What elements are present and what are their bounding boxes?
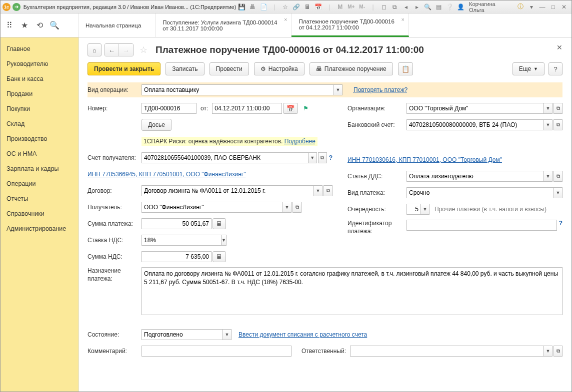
recipient-org-link[interactable]: ИНН 7701030616, КПП 77010001, ООО "Торго… xyxy=(348,156,502,163)
pay-type-input[interactable] xyxy=(406,187,554,198)
dropdown-icon[interactable]: ▾ xyxy=(527,2,536,11)
dropdown-icon[interactable]: ▼ xyxy=(221,235,226,246)
sidebar-item[interactable]: Отчеты xyxy=(0,191,78,206)
maximize-icon[interactable]: □ xyxy=(548,2,558,11)
calendar-picker-icon[interactable]: 📅 xyxy=(283,103,298,114)
save-icon[interactable]: 💾 xyxy=(237,2,246,11)
tab-payment[interactable]: Платежное поручение ТД00-000016 от 04.12… xyxy=(292,13,408,37)
m-minus-icon[interactable]: M- xyxy=(358,2,366,11)
date-input[interactable] xyxy=(212,103,282,114)
post-button[interactable]: Провести xyxy=(210,62,249,75)
print-icon[interactable]: 🖶 xyxy=(248,2,257,11)
dropdown-icon[interactable]: ▼ xyxy=(222,329,232,340)
sidebar-item[interactable]: Операции xyxy=(0,176,78,191)
external-icon[interactable]: ⧉ xyxy=(390,2,400,11)
doc-icon[interactable]: 📄 xyxy=(259,2,268,11)
link-icon[interactable]: 🔗 xyxy=(292,2,301,11)
back-small-icon[interactable]: ◂ xyxy=(402,2,410,11)
dossier-button[interactable]: Досье xyxy=(142,119,172,131)
dropdown-icon[interactable]: ▼ xyxy=(554,187,562,198)
save-button[interactable]: Записать xyxy=(166,62,204,75)
calc-icon[interactable]: 🖩 xyxy=(303,2,312,11)
calculator-icon[interactable]: 🖩 xyxy=(212,218,226,229)
info-icon[interactable]: ⓘ xyxy=(516,2,525,11)
print-payment-button[interactable]: 🖶Платежное поручение xyxy=(310,62,393,75)
org-input[interactable] xyxy=(406,103,544,114)
sidebar-item[interactable]: Покупки xyxy=(0,101,78,116)
responsible-input[interactable] xyxy=(350,346,544,357)
history-icon[interactable]: ⟲ xyxy=(34,20,44,30)
tab-receipt[interactable]: Поступление: Услуги лизинга ТД00-000014 … xyxy=(156,13,292,37)
state-input[interactable] xyxy=(142,329,222,340)
close-window-icon[interactable]: ✕ xyxy=(560,2,568,11)
forward-button[interactable]: → xyxy=(119,44,133,56)
home-button[interactable]: ⌂ xyxy=(88,43,102,56)
dropdown-icon[interactable]: ▼ xyxy=(282,202,292,213)
status-flag-icon[interactable]: ⚑ xyxy=(303,105,308,112)
bank-acc-input[interactable] xyxy=(406,119,544,130)
purpose-textarea[interactable] xyxy=(142,267,562,315)
sidebar-item[interactable]: Производство xyxy=(0,131,78,146)
amount-input[interactable] xyxy=(142,218,212,229)
dropdown-icon[interactable]: ▼ xyxy=(314,185,322,196)
user-name[interactable]: Корчагина Ольга xyxy=(469,1,512,13)
search-icon[interactable]: 🔍 xyxy=(50,20,60,30)
sidebar-item[interactable]: Склад xyxy=(0,116,78,131)
open-icon[interactable]: ⧉ xyxy=(554,346,562,357)
sidebar-item[interactable]: Зарплата и кадры xyxy=(0,161,78,176)
payer-link[interactable]: ИНН 7705366945, КПП 770501001, ООО "Фина… xyxy=(88,171,246,178)
tab-close-icon[interactable]: × xyxy=(284,16,287,22)
tab-start[interactable]: Начальная страница xyxy=(78,13,156,37)
sidebar-item[interactable]: Банк и касса xyxy=(0,71,78,86)
minimize-icon[interactable]: — xyxy=(538,2,546,11)
new-window-icon[interactable]: ◻ xyxy=(380,2,388,11)
calendar-icon[interactable]: 📅 xyxy=(314,2,323,11)
dropdown-icon[interactable]: ▼ xyxy=(544,171,552,182)
favorite-star-icon[interactable]: ☆ xyxy=(140,44,148,55)
settings-button[interactable]: ⚙Настройка xyxy=(254,62,304,75)
dds-input[interactable] xyxy=(406,171,544,182)
more-button[interactable]: Еще▼ xyxy=(512,62,544,75)
create-writeoff-link[interactable]: Ввести документ списания с расчетного сч… xyxy=(238,331,367,338)
open-icon[interactable]: ⧉ xyxy=(324,185,332,196)
op-type-input[interactable] xyxy=(142,84,334,95)
sidebar-item[interactable]: ОС и НМА xyxy=(0,146,78,161)
priority-input[interactable] xyxy=(406,204,420,215)
calculator-icon[interactable]: 🖩 xyxy=(212,251,226,262)
windows-icon[interactable]: ▤ xyxy=(434,2,443,11)
close-form-icon[interactable]: ✕ xyxy=(556,43,562,51)
m-icon[interactable]: M xyxy=(336,2,344,11)
dropdown-icon[interactable]: ▼ xyxy=(308,152,317,163)
sidebar-item[interactable]: Справочники xyxy=(0,206,78,221)
sidebar-item[interactable]: Главное xyxy=(0,41,78,56)
comment-input[interactable] xyxy=(142,346,292,357)
recipient-acc-input[interactable] xyxy=(142,152,308,163)
vat-rate-input[interactable] xyxy=(142,235,221,246)
help-small-icon[interactable]: ❔ xyxy=(445,2,454,11)
sidebar-item[interactable]: Руководителю xyxy=(0,56,78,71)
number-input[interactable] xyxy=(142,103,196,114)
dropdown-icon[interactable]: ▼ xyxy=(544,346,552,357)
help-icon[interactable]: ? xyxy=(329,154,332,161)
dropdown-icon[interactable]: ▼ xyxy=(334,84,342,95)
open-icon[interactable]: ⧉ xyxy=(554,103,562,114)
sidebar-item[interactable]: Продажи xyxy=(0,86,78,101)
dropdown-icon[interactable]: ▼ xyxy=(544,103,552,114)
fwd-small-icon[interactable]: ▸ xyxy=(412,2,422,11)
attachments-button[interactable]: 📋 xyxy=(398,62,413,75)
post-and-close-button[interactable]: Провести и закрыть xyxy=(88,62,160,75)
dropdown-icon[interactable]: ▼ xyxy=(420,204,430,215)
repeat-payment-link[interactable]: Повторять платеж? xyxy=(354,86,408,93)
dropdown-icon[interactable]: ▼ xyxy=(544,119,552,130)
open-icon[interactable]: ⧉ xyxy=(554,171,562,182)
pay-id-input[interactable] xyxy=(406,220,557,231)
search-small-icon[interactable]: 🔍 xyxy=(424,2,432,11)
apps-icon[interactable]: ⠿ xyxy=(4,20,14,30)
recipient-input[interactable] xyxy=(142,202,282,213)
m-plus-icon[interactable]: M+ xyxy=(346,2,356,11)
help-button[interactable]: ? xyxy=(548,62,562,75)
favorite-icon[interactable]: ☆ xyxy=(281,2,290,11)
back-button[interactable]: ← xyxy=(105,44,119,56)
tab-close-icon[interactable]: × xyxy=(401,16,404,22)
open-icon[interactable]: ⧉ xyxy=(318,152,327,163)
